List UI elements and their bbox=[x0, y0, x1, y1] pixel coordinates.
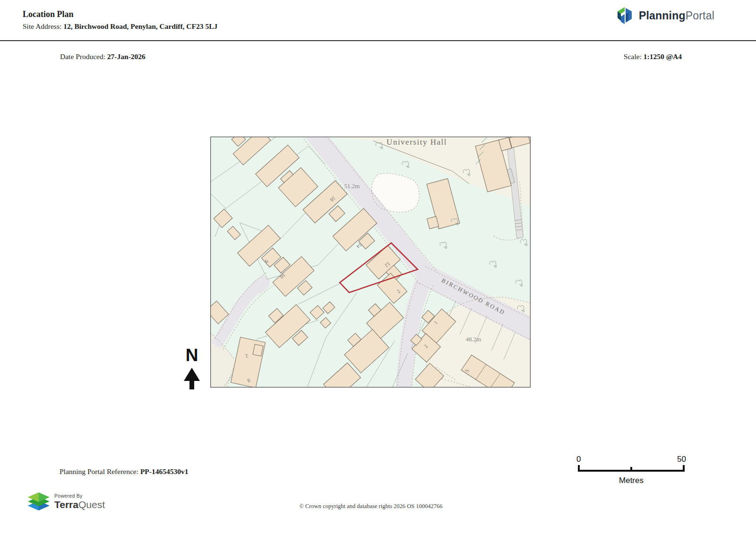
site-address-label: Site Address: bbox=[23, 22, 63, 30]
site-address-value: 12, Birchwood Road, Penylan, Cardiff, CF… bbox=[63, 22, 217, 30]
date-label: Date Produced: bbox=[60, 52, 107, 60]
terraquest-layers-icon bbox=[27, 492, 50, 511]
planning-portal-logo: PlanningPortal bbox=[614, 5, 714, 26]
location-plan-page: { "colors": { "text-dark": "#1c1c1c", "a… bbox=[0, 0, 756, 535]
location-map: University Hall51.2m48.2mBIRCHWOOD ROAD1… bbox=[210, 137, 531, 388]
map-label: 48.2m bbox=[466, 336, 481, 343]
brand-bold: Planning bbox=[639, 9, 686, 22]
terraquest-wordmark: TerraQuest bbox=[54, 500, 105, 509]
north-label: N bbox=[181, 346, 203, 364]
scale-label: Scale: bbox=[624, 52, 644, 60]
tq-brand-light: Quest bbox=[78, 499, 105, 510]
scale-value: 1:1250 @A4 bbox=[644, 52, 682, 60]
date-value: 27-Jan-2026 bbox=[107, 52, 146, 60]
north-arrow: N bbox=[181, 346, 203, 389]
header-divider bbox=[0, 40, 756, 41]
date-produced: Date Produced: 27-Jan-2026 bbox=[60, 52, 146, 61]
scale-bar-start: 0 bbox=[576, 455, 581, 464]
scale-bar-end: 50 bbox=[677, 455, 686, 464]
crown-copyright: © Crown copyright and database rights 20… bbox=[299, 503, 442, 510]
reference-label: Planning Portal Reference: bbox=[60, 467, 140, 475]
brand-light: Portal bbox=[686, 9, 714, 22]
page-title: Location Plan bbox=[23, 9, 74, 19]
terraquest-logo: Powered By TerraQuest bbox=[27, 492, 105, 511]
tq-brand-bold: Terra bbox=[54, 499, 78, 510]
powered-by-label: Powered By bbox=[54, 493, 105, 499]
planning-portal-wordmark: PlanningPortal bbox=[639, 9, 714, 22]
os-map: University Hall51.2m48.2mBIRCHWOOD ROAD1… bbox=[210, 137, 531, 388]
north-arrow-icon bbox=[182, 367, 201, 389]
planning-portal-reference: Planning Portal Reference: PP-14654530v1 bbox=[60, 467, 189, 476]
reference-value: PP-14654530v1 bbox=[140, 467, 189, 475]
planning-portal-cube-icon bbox=[614, 5, 635, 26]
map-label: 51.2m bbox=[344, 182, 360, 190]
scale-bar-rule bbox=[576, 465, 687, 473]
map-label: University Hall bbox=[387, 138, 447, 147]
scale-bar-unit: Metres bbox=[576, 476, 687, 485]
site-address: Site Address: 12, Birchwood Road, Penyla… bbox=[23, 22, 217, 31]
scale-bar: 0 50 Metres bbox=[576, 455, 687, 485]
scale-text: Scale: 1:1250 @A4 bbox=[624, 52, 682, 61]
